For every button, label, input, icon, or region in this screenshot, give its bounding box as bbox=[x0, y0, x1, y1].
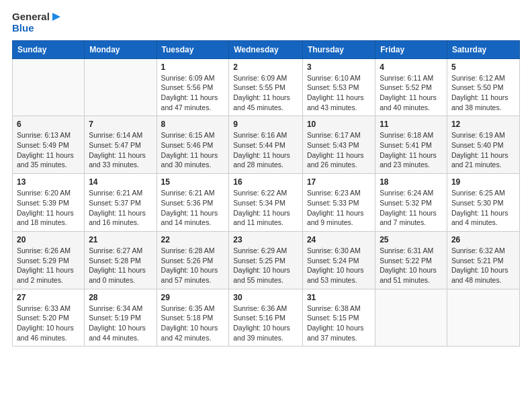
day-number: 5 bbox=[451, 62, 515, 72]
day-detail: Sunrise: 6:26 AMSunset: 5:29 PMDaylight:… bbox=[17, 246, 80, 285]
day-cell: 12Sunrise: 6:19 AMSunset: 5:40 PMDayligh… bbox=[447, 116, 519, 174]
day-number: 28 bbox=[89, 293, 152, 302]
day-detail: Sunrise: 6:29 AMSunset: 5:25 PMDaylight:… bbox=[233, 246, 298, 285]
day-detail: Sunrise: 6:09 AMSunset: 5:56 PMDaylight:… bbox=[161, 73, 225, 113]
svg-marker-0 bbox=[52, 13, 60, 21]
day-detail: Sunrise: 6:15 AMSunset: 5:46 PMDaylight:… bbox=[161, 130, 225, 170]
day-cell: 29Sunrise: 6:35 AMSunset: 5:18 PMDayligh… bbox=[157, 289, 229, 347]
day-cell: 20Sunrise: 6:26 AMSunset: 5:29 PMDayligh… bbox=[13, 231, 85, 289]
day-cell: 2Sunrise: 6:09 AMSunset: 5:55 PMDaylight… bbox=[229, 58, 303, 116]
day-number: 19 bbox=[451, 177, 515, 187]
day-cell: 9Sunrise: 6:16 AMSunset: 5:44 PMDaylight… bbox=[229, 116, 303, 174]
day-cell: 7Sunrise: 6:14 AMSunset: 5:47 PMDaylight… bbox=[85, 116, 157, 174]
day-number: 26 bbox=[451, 235, 515, 244]
day-cell bbox=[447, 289, 519, 347]
day-cell: 30Sunrise: 6:36 AMSunset: 5:16 PMDayligh… bbox=[229, 289, 303, 347]
day-number: 10 bbox=[307, 120, 371, 129]
day-detail: Sunrise: 6:12 AMSunset: 5:50 PMDaylight:… bbox=[451, 73, 515, 113]
day-number: 31 bbox=[307, 293, 371, 302]
day-detail: Sunrise: 6:14 AMSunset: 5:47 PMDaylight:… bbox=[89, 130, 152, 170]
day-number: 18 bbox=[380, 177, 443, 187]
day-detail: Sunrise: 6:35 AMSunset: 5:18 PMDaylight:… bbox=[161, 304, 225, 343]
weekday-header-monday: Monday bbox=[85, 40, 157, 58]
day-detail: Sunrise: 6:19 AMSunset: 5:40 PMDaylight:… bbox=[451, 130, 515, 170]
day-detail: Sunrise: 6:16 AMSunset: 5:44 PMDaylight:… bbox=[233, 130, 298, 170]
logo-blue-text: Blue bbox=[12, 22, 34, 34]
day-cell: 21Sunrise: 6:27 AMSunset: 5:28 PMDayligh… bbox=[85, 231, 157, 289]
weekday-header-saturday: Saturday bbox=[447, 40, 519, 58]
logo-area: General Blue bbox=[12, 7, 62, 35]
day-number: 7 bbox=[89, 120, 152, 129]
header: General Blue bbox=[12, 7, 520, 35]
day-detail: Sunrise: 6:17 AMSunset: 5:43 PMDaylight:… bbox=[307, 130, 371, 170]
day-number: 22 bbox=[161, 235, 225, 244]
day-number: 23 bbox=[233, 235, 298, 244]
week-row-1: 1Sunrise: 6:09 AMSunset: 5:56 PMDaylight… bbox=[13, 58, 520, 116]
day-number: 24 bbox=[307, 235, 371, 244]
day-cell: 26Sunrise: 6:32 AMSunset: 5:21 PMDayligh… bbox=[447, 231, 519, 289]
day-number: 25 bbox=[380, 235, 443, 244]
day-cell bbox=[375, 289, 447, 347]
day-detail: Sunrise: 6:36 AMSunset: 5:16 PMDaylight:… bbox=[233, 304, 298, 343]
week-row-2: 6Sunrise: 6:13 AMSunset: 5:49 PMDaylight… bbox=[13, 116, 520, 174]
day-number: 16 bbox=[233, 177, 298, 187]
logo: General Blue bbox=[12, 11, 62, 35]
weekday-header-tuesday: Tuesday bbox=[157, 40, 229, 58]
day-detail: Sunrise: 6:30 AMSunset: 5:24 PMDaylight:… bbox=[307, 246, 371, 285]
day-number: 6 bbox=[17, 120, 80, 129]
day-number: 11 bbox=[380, 120, 443, 129]
day-cell bbox=[85, 58, 157, 116]
day-detail: Sunrise: 6:25 AMSunset: 5:30 PMDaylight:… bbox=[451, 188, 515, 228]
day-cell: 15Sunrise: 6:21 AMSunset: 5:36 PMDayligh… bbox=[157, 174, 229, 232]
day-cell: 16Sunrise: 6:22 AMSunset: 5:34 PMDayligh… bbox=[229, 174, 303, 232]
logo-arrow-icon bbox=[51, 11, 62, 22]
day-cell: 10Sunrise: 6:17 AMSunset: 5:43 PMDayligh… bbox=[302, 116, 375, 174]
day-cell: 11Sunrise: 6:18 AMSunset: 5:41 PMDayligh… bbox=[375, 116, 447, 174]
day-cell: 14Sunrise: 6:21 AMSunset: 5:37 PMDayligh… bbox=[85, 174, 157, 232]
day-detail: Sunrise: 6:22 AMSunset: 5:34 PMDaylight:… bbox=[233, 188, 298, 228]
day-detail: Sunrise: 6:33 AMSunset: 5:20 PMDaylight:… bbox=[17, 304, 80, 343]
day-detail: Sunrise: 6:23 AMSunset: 5:33 PMDaylight:… bbox=[307, 188, 371, 228]
day-cell: 8Sunrise: 6:15 AMSunset: 5:46 PMDaylight… bbox=[157, 116, 229, 174]
day-detail: Sunrise: 6:24 AMSunset: 5:32 PMDaylight:… bbox=[380, 188, 443, 228]
day-number: 27 bbox=[17, 293, 80, 302]
day-detail: Sunrise: 6:20 AMSunset: 5:39 PMDaylight:… bbox=[17, 188, 80, 228]
day-detail: Sunrise: 6:28 AMSunset: 5:26 PMDaylight:… bbox=[161, 246, 225, 285]
day-cell: 13Sunrise: 6:20 AMSunset: 5:39 PMDayligh… bbox=[13, 174, 85, 232]
day-cell: 31Sunrise: 6:38 AMSunset: 5:15 PMDayligh… bbox=[302, 289, 375, 347]
day-number: 8 bbox=[161, 120, 225, 129]
day-number: 29 bbox=[161, 293, 225, 302]
day-number: 9 bbox=[233, 120, 298, 129]
day-cell: 17Sunrise: 6:23 AMSunset: 5:33 PMDayligh… bbox=[302, 174, 375, 232]
day-number: 20 bbox=[17, 235, 80, 244]
day-number: 14 bbox=[89, 177, 152, 187]
day-cell: 5Sunrise: 6:12 AMSunset: 5:50 PMDaylight… bbox=[447, 58, 519, 116]
day-number: 15 bbox=[161, 177, 225, 187]
week-row-3: 13Sunrise: 6:20 AMSunset: 5:39 PMDayligh… bbox=[13, 174, 520, 232]
day-number: 17 bbox=[307, 177, 371, 187]
day-number: 21 bbox=[89, 235, 152, 244]
day-detail: Sunrise: 6:38 AMSunset: 5:15 PMDaylight:… bbox=[307, 304, 371, 343]
day-cell: 22Sunrise: 6:28 AMSunset: 5:26 PMDayligh… bbox=[157, 231, 229, 289]
weekday-header-wednesday: Wednesday bbox=[229, 40, 303, 58]
day-detail: Sunrise: 6:10 AMSunset: 5:53 PMDaylight:… bbox=[307, 73, 371, 113]
weekday-header-row: SundayMondayTuesdayWednesdayThursdayFrid… bbox=[13, 40, 520, 58]
day-cell: 23Sunrise: 6:29 AMSunset: 5:25 PMDayligh… bbox=[229, 231, 303, 289]
day-number: 4 bbox=[380, 62, 443, 72]
day-detail: Sunrise: 6:21 AMSunset: 5:37 PMDaylight:… bbox=[89, 188, 152, 228]
day-detail: Sunrise: 6:27 AMSunset: 5:28 PMDaylight:… bbox=[89, 246, 152, 285]
day-cell bbox=[13, 58, 85, 116]
day-number: 12 bbox=[451, 120, 515, 129]
day-detail: Sunrise: 6:13 AMSunset: 5:49 PMDaylight:… bbox=[17, 130, 80, 170]
day-cell: 25Sunrise: 6:31 AMSunset: 5:22 PMDayligh… bbox=[375, 231, 447, 289]
calendar-page: General Blue SundayMondayTuesdayWednesda… bbox=[0, 0, 532, 411]
day-cell: 19Sunrise: 6:25 AMSunset: 5:30 PMDayligh… bbox=[447, 174, 519, 232]
weekday-header-sunday: Sunday bbox=[13, 40, 85, 58]
day-cell: 1Sunrise: 6:09 AMSunset: 5:56 PMDaylight… bbox=[157, 58, 229, 116]
day-cell: 28Sunrise: 6:34 AMSunset: 5:19 PMDayligh… bbox=[85, 289, 157, 347]
day-number: 2 bbox=[233, 62, 298, 72]
day-cell: 3Sunrise: 6:10 AMSunset: 5:53 PMDaylight… bbox=[302, 58, 375, 116]
weekday-header-thursday: Thursday bbox=[302, 40, 375, 58]
logo-general-text: General bbox=[12, 11, 50, 22]
day-number: 1 bbox=[161, 62, 225, 72]
